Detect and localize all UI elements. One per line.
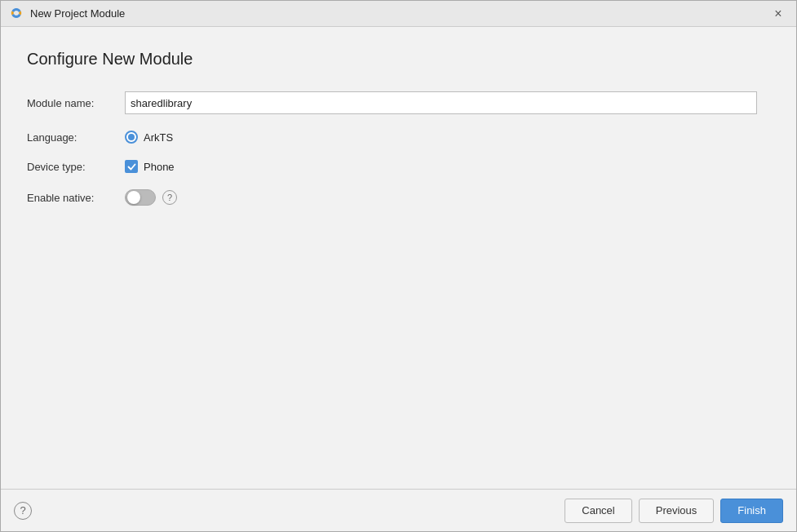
toggle-thumb [127,191,140,204]
arkts-radio[interactable] [125,131,138,144]
device-type-control: Phone [125,160,770,173]
module-name-row: Module name: [27,91,770,114]
finish-button[interactable]: Finish [720,499,783,523]
title-bar: New Project Module × [1,1,796,27]
module-name-control [125,91,770,114]
device-type-row: Device type: Phone [27,160,770,173]
previous-button[interactable]: Previous [639,499,715,523]
footer: ? Cancel Previous Finish [1,489,796,531]
checkmark-icon [127,162,136,171]
enable-native-toggle[interactable] [125,189,156,206]
title-bar-text: New Project Module [30,7,768,20]
phone-label: Phone [144,161,175,173]
close-button[interactable]: × [768,4,788,24]
footer-help-icon[interactable]: ? [14,502,32,520]
page-title: Configure New Module [27,50,770,69]
language-control: ArkTS [125,131,770,144]
language-row: Language: ArkTS [27,131,770,144]
device-type-label: Device type: [27,161,125,173]
enable-native-row: Enable native: ? [27,189,770,206]
module-name-input[interactable] [125,91,757,114]
enable-native-help-icon[interactable]: ? [162,190,177,205]
language-label: Language: [27,131,125,144]
enable-native-label: Enable native: [27,192,125,204]
footer-left: ? [14,502,32,520]
radio-dot [128,134,135,140]
dialog-window: New Project Module × Configure New Modul… [0,0,797,532]
footer-right: Cancel Previous Finish [565,499,783,523]
enable-native-control: ? [125,189,770,206]
cancel-button[interactable]: Cancel [565,499,631,523]
phone-checkbox[interactable] [125,160,138,173]
main-content: Configure New Module Module name: Langua… [1,27,796,489]
module-name-label: Module name: [27,97,125,109]
arkts-label: ArkTS [144,131,173,144]
app-logo-icon [9,7,24,21]
